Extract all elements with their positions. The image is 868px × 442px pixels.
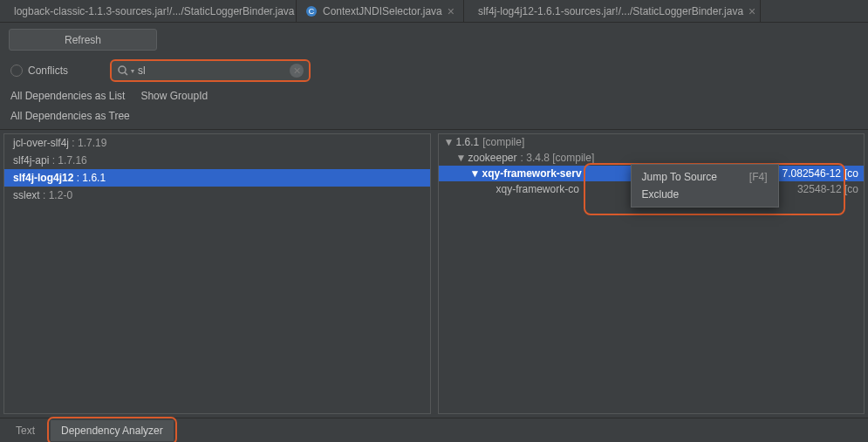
dep-name: slf4j-api [13,154,49,167]
java-class-icon: C [305,5,318,17]
svg-text:C: C [309,7,315,16]
menu-item-label: Exclude [642,188,680,201]
context-menu-highlight: Jump To Source [F4] Exclude [584,163,845,215]
show-groupid-checkbox[interactable]: Show GroupId [140,90,208,102]
toolbar: Refresh [0,23,868,57]
tree-label: xqy-framework-serv [482,167,582,180]
tree-label: xqy-framework-co [496,183,579,195]
bottom-tab-dependency-analyzer[interactable]: Dependency Analyzer [51,420,174,441]
dep-version: : 1.2-0 [43,189,72,201]
svg-line-7 [125,72,127,75]
list-item[interactable]: jcl-over-slf4j : 1.7.19 [4,134,430,152]
search-icon [117,65,129,77]
editor-tab-3[interactable]: C slf4j-log4j12-1.6.1-sources.jar!/.../S… [464,0,761,22]
editor-tab-2[interactable]: C ContextJNDISelector.java × [297,0,464,22]
menu-item-exclude[interactable]: Exclude [632,186,778,203]
dep-version: : 1.7.19 [72,137,106,149]
bottom-tab-text[interactable]: Text [5,420,45,441]
clear-icon[interactable]: ✕ [290,64,304,78]
dep-name: slf4j-log4j12 [13,172,73,184]
tree-label: 1.6.1 [456,136,480,148]
main-split: jcl-over-slf4j : 1.7.19 slf4j-api : 1.7.… [0,129,868,418]
dependency-list-panel: jcl-over-slf4j : 1.7.19 slf4j-api : 1.7.… [3,133,431,414]
conflicts-radio[interactable]: Conflicts [10,65,68,77]
close-icon[interactable]: × [748,5,755,17]
conflicts-label: Conflicts [28,65,68,77]
expand-icon[interactable]: ▼ [444,136,453,148]
tab-label: ContextJNDISelector.java [323,5,442,17]
all-deps-tree-radio[interactable]: All Dependencies as Tree [10,110,130,122]
filter-row-3: All Dependencies as Tree [0,107,868,129]
svg-point-6 [119,66,126,73]
show-groupid-label: Show GroupId [140,90,208,102]
search-input[interactable] [134,65,290,77]
all-deps-tree-label: All Dependencies as Tree [10,110,130,122]
expand-icon[interactable]: ▼ [456,152,465,164]
tab-label: logback-classic-1.1.3-sources.jar!/.../S… [14,5,295,17]
all-deps-list-radio[interactable]: All Dependencies as List [10,90,125,102]
editor-tabs: C logback-classic-1.1.3-sources.jar!/...… [0,0,868,23]
dep-version: : 1.6.1 [77,172,106,184]
menu-item-label: Jump To Source [642,171,718,183]
filter-row-2: All Dependencies as List Show GroupId [0,87,868,107]
list-item[interactable]: slf4j-log4j12 : 1.6.1 [4,169,430,187]
list-item[interactable]: sslext : 1.2-0 [4,187,430,204]
tree-meta: [compile] [482,136,524,148]
expand-icon[interactable]: ▼ [470,167,479,180]
refresh-button[interactable]: Refresh [9,29,157,51]
tree-meta: : 3.4.8 [compile] [521,152,595,164]
search-box: ▾ ✕ [110,59,311,82]
dependency-tree-panel: ▼ 1.6.1 [compile] ▼ zookeeper : 3.4.8 [c… [438,133,865,414]
radio-icon [10,65,23,77]
close-icon[interactable]: × [448,5,455,17]
menu-item-jump-to-source[interactable]: Jump To Source [F4] [632,168,778,186]
dep-version: : 1.7.16 [52,154,87,167]
bottom-tab-highlight: Dependency Analyzer [47,417,177,443]
bottom-tabs: Text Dependency Analyzer [0,418,868,442]
menu-item-shortcut: [F4] [749,171,768,183]
all-deps-list-label: All Dependencies as List [10,90,125,102]
list-item[interactable]: slf4j-api : 1.7.16 [4,152,430,169]
tree-label: zookeeper [468,152,517,164]
tree-meta2: [co [844,167,858,180]
context-menu: Jump To Source [F4] Exclude [631,164,779,207]
dep-name: jcl-over-slf4j [13,137,69,149]
tab-label: slf4j-log4j12-1.6.1-sources.jar!/.../Sta… [478,5,743,17]
dep-name: sslext [13,189,40,201]
editor-tab-1[interactable]: C logback-classic-1.1.3-sources.jar!/...… [0,0,297,22]
filter-row-1: Conflicts ▾ ✕ [0,57,868,87]
tree-row[interactable]: ▼ 1.6.1 [compile] [439,134,865,150]
